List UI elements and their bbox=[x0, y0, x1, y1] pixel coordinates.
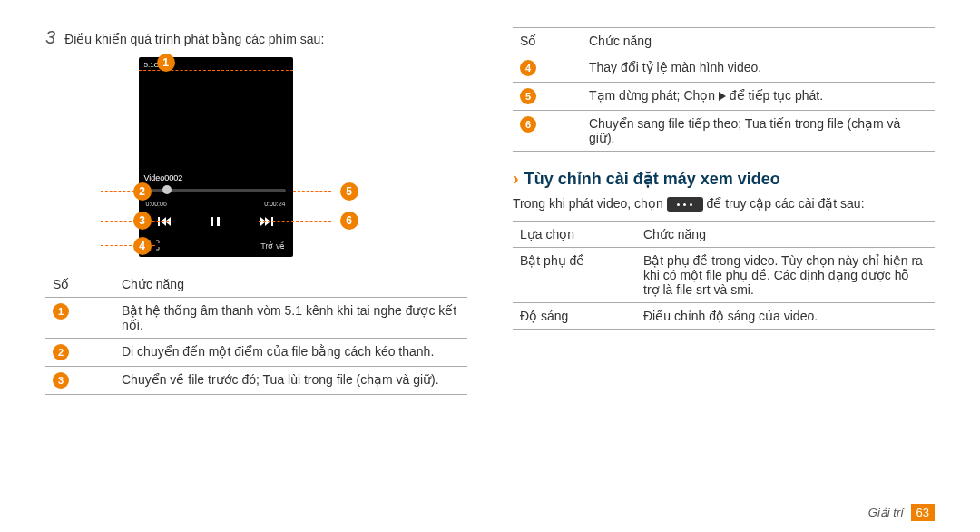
svg-rect-7 bbox=[271, 217, 273, 226]
callout-2: 2 bbox=[133, 182, 152, 201]
seek-bar bbox=[146, 189, 286, 192]
footer-page-number: 63 bbox=[911, 504, 935, 521]
row-text: Di chuyển đến một điểm của file bằng các… bbox=[114, 339, 467, 367]
th-number: Số bbox=[45, 271, 114, 298]
back-label: Trở về bbox=[260, 241, 285, 251]
th-number: Số bbox=[513, 28, 582, 54]
th-option: Lựa chọn bbox=[513, 222, 636, 248]
time-elapsed: 0:00:06 bbox=[146, 201, 167, 207]
th-function: Chức năng bbox=[582, 28, 935, 54]
page-footer: Giải trí 63 bbox=[868, 504, 935, 521]
settings-table: Lựa chọn Chức năng Bật phụ đề Bật phụ đề… bbox=[513, 221, 935, 330]
row-text: Tạm dừng phát; Chọn để tiếp tục phát. bbox=[582, 83, 935, 111]
row-text: Chuyển về file trước đó; Tua lùi trong f… bbox=[114, 367, 467, 395]
chevron-icon: › bbox=[513, 168, 519, 189]
option-val: Bật phụ đề trong video. Tùy chọn này chỉ… bbox=[636, 248, 935, 303]
num-badge: 6 bbox=[520, 116, 536, 133]
table-row: 3 Chuyển về file trước đó; Tua lùi trong… bbox=[45, 367, 467, 395]
step-line: 3 Điều khiển quá trình phát bằng các phí… bbox=[45, 27, 467, 48]
table-row: 4 Thay đổi tỷ lệ màn hình video. bbox=[513, 54, 935, 83]
pause-icon bbox=[204, 213, 226, 230]
phone-illustration: 5.1Ch Video0002 0:00:06 0:00:24 bbox=[45, 57, 467, 257]
callout-1: 1 bbox=[157, 54, 175, 72]
option-key: Độ sáng bbox=[513, 303, 636, 330]
th-function: Chức năng bbox=[636, 222, 935, 248]
row-text: Thay đổi tỷ lệ màn hình video. bbox=[582, 54, 935, 83]
num-badge: 1 bbox=[53, 303, 69, 320]
option-key: Bật phụ đề bbox=[513, 248, 636, 303]
svg-rect-3 bbox=[211, 217, 213, 226]
section-intro: Trong khi phát video, chọn để truy cập c… bbox=[513, 194, 935, 213]
row-text: Chuyển sang file tiếp theo; Tua tiến tro… bbox=[582, 111, 935, 152]
step-text: Điều khiển quá trình phát bằng các phím … bbox=[64, 32, 324, 46]
num-badge: 3 bbox=[53, 372, 69, 389]
table-row: 2 Di chuyển đến một điểm của file bằng c… bbox=[45, 339, 467, 367]
callout-6: 6 bbox=[340, 212, 358, 230]
th-function: Chức năng bbox=[114, 271, 467, 298]
row-text: Bật hệ thống âm thanh vòm 5.1 kênh khi t… bbox=[114, 298, 467, 339]
step-number: 3 bbox=[45, 27, 55, 48]
svg-marker-6 bbox=[265, 217, 270, 226]
controls-table-right: Số Chức năng 4 Thay đổi tỷ lệ màn hình v… bbox=[513, 27, 935, 152]
option-val: Điều chỉnh độ sáng của video. bbox=[636, 303, 935, 330]
next-icon bbox=[256, 213, 278, 230]
prev-icon bbox=[153, 213, 175, 230]
num-badge: 5 bbox=[520, 88, 536, 104]
svg-rect-4 bbox=[217, 217, 220, 226]
table-row: Bật phụ đề Bật phụ đề trong video. Tùy c… bbox=[513, 248, 935, 303]
phone-video-title: Video0002 bbox=[144, 173, 183, 182]
menu-dots-icon bbox=[667, 197, 703, 212]
callout-5: 5 bbox=[340, 182, 358, 201]
num-badge: 2 bbox=[53, 344, 69, 360]
num-badge: 4 bbox=[520, 60, 536, 76]
time-total: 0:00:24 bbox=[264, 201, 285, 207]
controls-table-left: Số Chức năng 1 Bật hệ thống âm thanh vòm… bbox=[45, 271, 467, 395]
table-row: 5 Tạm dừng phát; Chọn để tiếp tục phát. bbox=[513, 83, 935, 111]
table-row: 6 Chuyển sang file tiếp theo; Tua tiến t… bbox=[513, 111, 935, 152]
play-icon bbox=[719, 92, 726, 101]
table-row: 1 Bật hệ thống âm thanh vòm 5.1 kênh khi… bbox=[45, 298, 467, 339]
table-row: Độ sáng Điều chỉnh độ sáng của video. bbox=[513, 303, 935, 330]
footer-section: Giải trí bbox=[868, 506, 904, 519]
callout-4: 4 bbox=[133, 237, 152, 255]
svg-rect-0 bbox=[158, 217, 160, 226]
section-heading: › Tùy chỉnh cài đặt máy xem video bbox=[513, 168, 935, 189]
callout-3: 3 bbox=[133, 212, 152, 230]
